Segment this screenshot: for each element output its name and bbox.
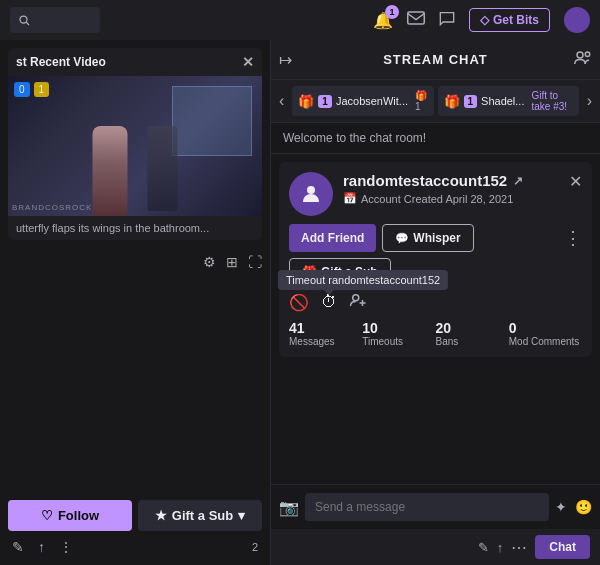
character-silhouette (93, 126, 178, 216)
chevron-down-icon: ▾ (238, 508, 245, 523)
chat-message-input[interactable] (305, 493, 549, 521)
left-panel: st Recent Video ✕ 0 1 BRANDCOSROCK (0, 40, 270, 565)
search-box[interactable] (10, 7, 100, 33)
user-number-label: 2 (252, 541, 258, 553)
diamond-icon: ◇ (480, 13, 489, 27)
chat-input-icons: ✦ 🙂 (555, 499, 592, 515)
chat-icon[interactable] (439, 10, 455, 30)
gift-carousel: ‹ 🎁 1 JacobsenWit... 🎁 1 🎁 1 Shadel... G… (271, 80, 600, 123)
video-controls: ⚙ ⊞ ⛶ (0, 248, 270, 276)
svg-point-3 (577, 52, 583, 58)
follow-button[interactable]: ♡ Follow (8, 500, 132, 531)
messages-label: Messages (289, 336, 335, 347)
watermark: BRANDCOSROCK (12, 203, 92, 212)
more-options-button[interactable]: ⋮ (564, 224, 582, 252)
user-name-row: randomtestaccount152 ↗ (343, 172, 559, 189)
timeouts-label: Timeouts (362, 336, 403, 347)
add-friend-button[interactable]: Add Friend (289, 224, 376, 252)
share-icon[interactable]: ↑ (38, 539, 45, 555)
back-icon[interactable]: ↦ (279, 50, 292, 69)
timeouts-count: 10 (362, 320, 378, 336)
chat-panel: ↦ STREAM CHAT ‹ 🎁 1 JacobsenWit... 🎁 1 (270, 40, 600, 565)
calendar-icon: 📅 (343, 192, 357, 205)
search-icon (18, 14, 30, 26)
users-icon[interactable] (574, 50, 592, 70)
left-bottom-actions: ♡ Follow ★ Gift a Sub ▾ ✎ ↑ ⋮ 2 (0, 492, 270, 565)
gift-icon-1: 🎁 (298, 94, 314, 109)
bans-label: Bans (436, 336, 459, 347)
get-bits-button[interactable]: ◇ Get Bits (469, 8, 550, 32)
sparkle-icon[interactable]: ✦ (555, 499, 567, 515)
bottom-bar: ✎ ↑ ⋯ Chat (271, 529, 600, 565)
gift-item-2: 🎁 1 Shadel... Gift to take #3! (438, 86, 579, 116)
notification-badge: 1 (385, 5, 399, 19)
more-dots-icon[interactable]: ⋮ (59, 539, 73, 555)
close-video-button[interactable]: ✕ (242, 54, 254, 70)
mod-add-icon[interactable] (349, 292, 367, 312)
chat-input-row: 📷 ✦ 🙂 (271, 484, 600, 529)
messages-count: 41 (289, 320, 305, 336)
action-row: ♡ Follow ★ Gift a Sub ▾ (8, 500, 262, 531)
svg-point-4 (585, 52, 590, 57)
camera-icon[interactable]: 📷 (279, 498, 299, 517)
window-background (172, 86, 252, 156)
user-created: 📅 Account Created April 28, 2021 (343, 192, 559, 205)
chat-send-button[interactable]: Chat (535, 535, 590, 559)
video-thumbnail: 0 1 BRANDCOSROCK (8, 76, 262, 216)
ban-icon[interactable]: 🚫 (289, 293, 309, 312)
external-link-icon[interactable]: ↗ (513, 174, 523, 188)
popup-close-button[interactable]: ✕ (569, 172, 582, 191)
user-stats-row: 41 Messages 10 Timeouts 20 Bans 0 Mod Co… (289, 320, 582, 347)
chat-title: STREAM CHAT (383, 52, 488, 67)
gift-count-1: 🎁 1 (415, 90, 427, 112)
video-card: st Recent Video ✕ 0 1 BRANDCOSROCK (8, 48, 262, 240)
carousel-left-arrow[interactable]: ‹ (275, 92, 288, 110)
user-info: randomtestaccount152 ↗ 📅 Account Created… (343, 172, 559, 205)
mod-comments-count: 0 (509, 320, 517, 336)
bans-count: 20 (436, 320, 452, 336)
whisper-button[interactable]: 💬 Whisper (382, 224, 473, 252)
chat-welcome-message: Welcome to the chat room! (271, 123, 600, 154)
mod-icons-row: 🚫 ⏱ Timeout randomtestaccount152 (289, 286, 582, 316)
svg-point-0 (20, 16, 27, 23)
user-popup-header: randomtestaccount152 ↗ 📅 Account Created… (289, 172, 582, 216)
fullscreen-icon[interactable]: ⛶ (248, 254, 262, 270)
notifications-icon[interactable]: 🔔 1 (373, 11, 393, 30)
edit-icon[interactable]: ✎ (12, 539, 24, 555)
timeout-button-wrapper: ⏱ Timeout randomtestaccount152 (321, 293, 337, 311)
svg-point-5 (307, 186, 315, 194)
star-icon: ★ (155, 508, 167, 523)
settings-icon[interactable]: ⚙ (203, 254, 216, 270)
stat-timeouts: 10 Timeouts (362, 320, 435, 347)
video-caption: utterfly flaps its wings in the bathroom… (8, 216, 262, 240)
video-card-header: st Recent Video ✕ (8, 48, 262, 76)
gift-item-1: 🎁 1 JacobsenWit... 🎁 1 (292, 86, 433, 116)
character-2 (148, 126, 178, 211)
stat-bans: 20 Bans (436, 320, 509, 347)
timeout-tooltip: Timeout randomtestaccount152 (278, 270, 448, 290)
score-left: 0 (14, 82, 30, 97)
gift-user-2: Shadel... (481, 95, 524, 107)
video-card-title: st Recent Video (16, 55, 106, 69)
speech-icon: 💬 (395, 232, 409, 245)
score-bar: 0 1 (14, 82, 49, 97)
mod-comments-label: Mod Comments (509, 336, 580, 347)
popup-actions: Add Friend 💬 Whisper ⋮ (289, 224, 582, 252)
user-popup: randomtestaccount152 ↗ 📅 Account Created… (279, 162, 592, 357)
carousel-right-arrow[interactable]: › (583, 92, 596, 110)
gift-user-1: JacobsenWit... (336, 95, 408, 107)
smiley-icon[interactable]: 🙂 (575, 499, 592, 515)
gift-icon-2: 🎁 (444, 94, 460, 109)
svg-line-1 (26, 22, 29, 25)
user-avatar[interactable] (564, 7, 590, 33)
svg-point-6 (353, 295, 359, 301)
stat-mod-comments: 0 Mod Comments (509, 320, 582, 347)
layout-icon[interactable]: ⊞ (226, 254, 238, 270)
edit-pencil-icon[interactable]: ✎ (478, 540, 489, 555)
score-right: 1 (34, 82, 50, 97)
upload-icon[interactable]: ↑ (497, 540, 504, 555)
bottom-more-icon[interactable]: ⋯ (511, 538, 527, 557)
inbox-icon[interactable] (407, 11, 425, 29)
gift-sub-button[interactable]: ★ Gift a Sub ▾ (138, 500, 262, 531)
stat-messages: 41 Messages (289, 320, 362, 347)
